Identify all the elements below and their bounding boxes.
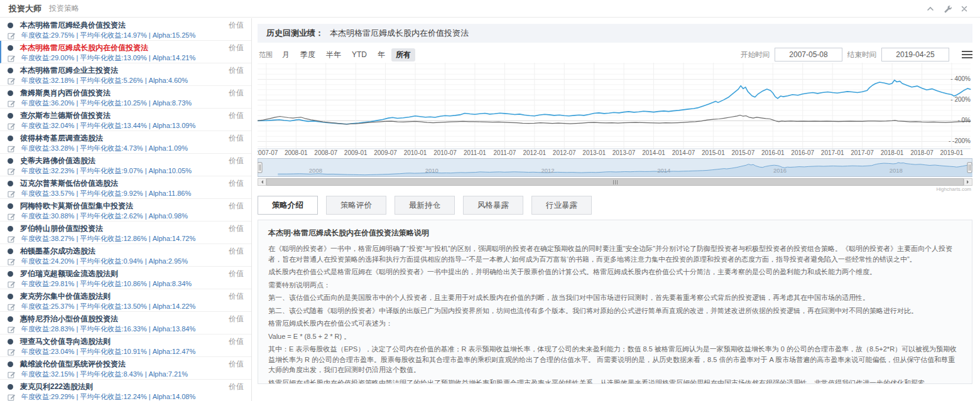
close-icon[interactable] — [960, 4, 969, 13]
scrollbar-thumb[interactable] — [266, 178, 964, 186]
strategy-list-item[interactable]: 麦克劳尔集中价值选股法则 价值 年度收益:25.37% | 平均年化收益:13.… — [0, 289, 251, 312]
svg-text:2008-07: 2008-07 — [314, 149, 337, 156]
strategy-stats-row: 年度收益:28.83% | 平均年化收益:16.33% | Alpha:13.8… — [8, 324, 244, 334]
strategy-stats: 年度收益:30.88% | 平均年化收益:2.62% | Alpha:0.98% — [21, 211, 188, 221]
strategy-name[interactable]: 麦克劳尔集中价值选股法则 — [20, 291, 111, 302]
range-button[interactable]: 所有 — [391, 48, 415, 61]
strategy-list-item[interactable]: 本杰明格雷厄姆企业主投资法 价值 年度收益:32.18% | 平均年化收益:5.… — [0, 63, 251, 86]
edit-pencil-icon[interactable] — [8, 190, 16, 198]
wrench-icon[interactable] — [943, 4, 952, 13]
range-button[interactable]: 月 — [278, 48, 294, 61]
edit-pencil-icon[interactable] — [8, 54, 16, 62]
strategy-list-item[interactable]: 柏顿墨基尔成功选股法 价值 年度收益:24.20% | 平均年化收益:0.94%… — [0, 244, 251, 267]
strategy-title-row: 查尔斯布兰德斯价值投资法 价值 — [8, 110, 244, 121]
strategy-list-item[interactable]: 史蒂夫路佛价值选股法 价值 年度收益:32.23% | 平均年化收益:9.07%… — [0, 154, 251, 176]
breadcrumb-page[interactable]: 投资策略 — [49, 3, 79, 14]
edit-pencil-icon[interactable] — [8, 393, 16, 401]
strategy-name[interactable]: 史蒂夫路佛价值选股法 — [20, 156, 95, 166]
strategy-name[interactable]: 查尔斯布兰德斯价值投资法 — [20, 110, 111, 121]
strategy-list-item[interactable]: 阿梅特欧卡莫斯价值型集中投资法 价值 年度收益:30.88% | 平均年化收益:… — [0, 199, 251, 222]
breadcrumb-module[interactable]: 投资大师 — [9, 3, 41, 14]
svg-text:2012-01: 2012-01 — [523, 149, 546, 156]
strategy-stats: 年度收益:29.81% | 平均年化收益:10.86% | Alpha:8.34… — [21, 279, 192, 289]
strategy-list-item[interactable]: 迈克尔普莱斯低估价值选股法 价值 年度收益:33.57% | 平均年化收益:9.… — [0, 176, 251, 199]
strategy-stats-row: 年度收益:36.20% | 平均年化收益:10.25% | Alpha:8.73… — [8, 99, 244, 108]
strategy-bullet-icon — [8, 113, 13, 119]
svg-text:- -200%: - -200% — [949, 137, 971, 144]
edit-pencil-icon[interactable] — [8, 325, 16, 333]
range-button[interactable]: YTD — [347, 49, 371, 60]
chevron-up-icon[interactable] — [926, 4, 935, 13]
start-date-input[interactable] — [775, 48, 842, 61]
strategy-category-tag: 价值 — [229, 382, 244, 392]
svg-text:2011-07: 2011-07 — [493, 149, 516, 156]
chart-navigator-svg[interactable]: 200820102012201420162018 — [258, 158, 972, 177]
strategy-name[interactable]: 麦克贝利222选股法则 — [20, 382, 93, 392]
strategy-list-item[interactable]: 罗伯特山朋价值型投资法 价值 年度收益:38.27% | 平均年化收益:12.8… — [0, 222, 251, 244]
strategy-list-item[interactable]: 本杰明格雷厄姆成长股内在价值投资法 价值 年度收益:29.00% | 平均年化收… — [0, 41, 251, 63]
strategy-name[interactable]: 戴维波伦价值型系统评价投资法 — [20, 359, 126, 370]
strategy-category-tag: 价值 — [229, 269, 244, 279]
scrollbar-right-button[interactable] — [964, 178, 972, 186]
svg-text:2014-01: 2014-01 — [642, 149, 665, 156]
strategy-name[interactable]: 迈克尔普莱斯低估价值选股法 — [20, 178, 118, 189]
detail-tab[interactable]: 策略评价 — [326, 196, 386, 215]
edit-pencil-icon[interactable] — [8, 122, 16, 130]
detail-tab[interactable]: 最新持仓 — [395, 196, 455, 215]
edit-pencil-icon[interactable] — [8, 370, 16, 378]
strategy-category-tag: 价值 — [229, 133, 244, 144]
edit-pencil-icon[interactable] — [8, 77, 16, 85]
strategy-bullet-icon — [8, 384, 13, 390]
scrollbar-left-button[interactable] — [258, 178, 266, 186]
range-button[interactable]: 季度 — [296, 48, 320, 61]
navigator-handle[interactable] — [967, 163, 972, 173]
strategy-list-item[interactable]: 理查马文价值导向选股法则 价值 年度收益:23.04% | 平均年化收益:10.… — [0, 334, 251, 357]
strategy-list-item[interactable]: 查尔斯布兰德斯价值投资法 价值 年度收益:32.04% | 平均年化收益:13.… — [0, 109, 251, 131]
detail-tab[interactable]: 策略介绍 — [258, 196, 318, 215]
end-date-input[interactable] — [881, 48, 949, 61]
edit-pencil-icon[interactable] — [8, 212, 16, 220]
range-button[interactable]: 年 — [373, 48, 389, 61]
edit-pencil-icon[interactable] — [8, 31, 16, 40]
edit-pencil-icon[interactable] — [8, 280, 16, 288]
description-paragraph: 成长股内在价值公式是格雷厄姆在《聪明的投资者》一书中提出的，并明确给出关于股票价… — [268, 267, 962, 277]
chart-navigator[interactable]: 200820102012201420162018 — [258, 158, 972, 177]
chart-menu-icon[interactable] — [962, 51, 972, 58]
edit-pencil-icon[interactable] — [8, 167, 16, 175]
strategy-name[interactable]: 罗伯特山朋价值型投资法 — [20, 223, 103, 234]
strategy-bullet-icon — [8, 226, 13, 232]
edit-pencil-icon[interactable] — [8, 99, 16, 107]
strategy-name[interactable]: 本杰明格雷厄姆企业主投资法 — [20, 65, 118, 76]
edit-pencil-icon[interactable] — [8, 302, 16, 311]
svg-text:2018-01: 2018-01 — [881, 149, 904, 156]
strategy-list-item[interactable]: 罗伯瑞克超额现金流选股法则 价值 年度收益:29.81% | 平均年化收益:10… — [0, 267, 251, 289]
strategy-list-item[interactable]: 惠特尼乔治小型价值股投资法 价值 年度收益:28.83% | 平均年化收益:16… — [0, 312, 251, 334]
detail-tab[interactable]: 行业暴露 — [531, 196, 592, 215]
svg-text:2010-01: 2010-01 — [404, 149, 427, 156]
strategy-name[interactable]: 本杰明格雷厄姆经典价值投资法 — [20, 20, 126, 31]
strategy-stats: 年度收益:38.27% | 平均年化收益:12.86% | Alpha:14.7… — [21, 234, 195, 243]
strategy-name[interactable]: 柏顿墨基尔成功选股法 — [20, 246, 95, 257]
backtest-chart: 2007-072008-012008-072009-012009-072010-… — [258, 61, 972, 157]
edit-pencil-icon[interactable] — [8, 348, 16, 356]
strategy-stats-row: 年度收益:38.27% | 平均年化收益:12.86% | Alpha:14.7… — [8, 234, 244, 243]
strategy-name[interactable]: 惠特尼乔治小型价值股投资法 — [20, 314, 118, 324]
strategy-name[interactable]: 彼得林奇基层调查选股法 — [20, 133, 103, 144]
detail-tab[interactable]: 风格暴露 — [463, 196, 523, 215]
strategy-list-item[interactable]: 詹姆斯奥肖内西价值投资法 价值 年度收益:36.20% | 平均年化收益:10.… — [0, 86, 251, 109]
strategy-category-tag: 价值 — [229, 178, 244, 189]
strategy-list-item[interactable]: 彼得林奇基层调查选股法 价值 年度收益:33.28% | 平均年化收益:4.73… — [0, 131, 251, 154]
strategy-name[interactable]: 阿梅特欧卡莫斯价值型集中投资法 — [20, 201, 133, 211]
range-button[interactable]: 半年 — [322, 48, 346, 61]
strategy-name[interactable]: 罗伯瑞克超额现金流选股法则 — [20, 269, 118, 279]
edit-pencil-icon[interactable] — [8, 235, 16, 243]
strategy-list-item[interactable]: 麦克贝利222选股法则 价值 年度收益:29.29% | 平均年化收益:12.2… — [0, 380, 251, 401]
strategy-list-item[interactable]: 戴维波伦价值型系统评价投资法 价值 年度收益:32.15% | 平均年化收益:8… — [0, 357, 251, 380]
strategy-list-item[interactable]: 本杰明格雷厄姆经典价值投资法 价值 年度收益:29.75% | 平均年化收益:1… — [0, 18, 251, 41]
edit-pencil-icon[interactable] — [8, 257, 16, 265]
navigator-handle[interactable] — [258, 163, 262, 173]
strategy-name[interactable]: 本杰明格雷厄姆成长股内在价值投资法 — [20, 43, 148, 53]
strategy-name[interactable]: 詹姆斯奥肖内西价值投资法 — [20, 88, 111, 99]
edit-pencil-icon[interactable] — [8, 144, 16, 152]
strategy-name[interactable]: 理查马文价值导向选股法则 — [20, 336, 111, 347]
